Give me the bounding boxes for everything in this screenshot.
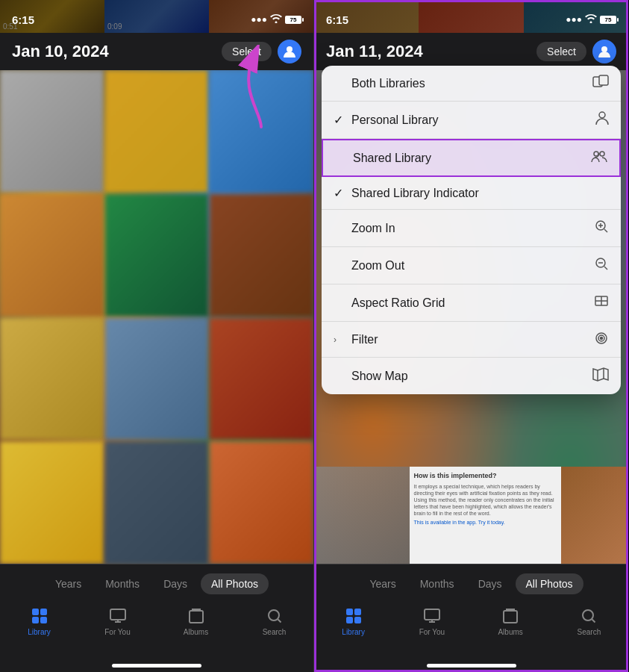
menu-item-personal-library[interactable]: ✓ Personal Library [322, 102, 621, 139]
tab-months-left[interactable]: Months [95, 573, 150, 594]
svg-point-0 [287, 46, 292, 52]
nav-library-label-left: Library [28, 628, 51, 636]
svg-rect-2 [32, 609, 39, 615]
foryou-icon-left [108, 606, 128, 626]
foryou-icon-right [422, 606, 442, 626]
status-bar-left: 6:15 ●●● 75 [0, 0, 313, 33]
menu-item-shared-library[interactable]: Shared Library [322, 139, 621, 177]
nav-tabs-right: Library For You Albums [314, 600, 628, 664]
tab-allphotos-right[interactable]: All Photos [516, 573, 583, 594]
nav-library-left[interactable]: Library [17, 603, 62, 639]
select-button-right[interactable]: Select [536, 42, 586, 61]
tab-months-right[interactable]: Months [410, 573, 465, 594]
nav-search-label-left: Search [263, 628, 287, 636]
aspect-ratio-grid-icon [594, 293, 609, 312]
shared-library-indicator-text: Shared Library Indicator [351, 187, 479, 200]
avatar-button-left[interactable] [278, 40, 301, 63]
tab-days-right[interactable]: Days [468, 573, 513, 594]
home-indicator-left [112, 664, 201, 668]
menu-item-both-libraries[interactable]: Both Libraries [322, 66, 621, 102]
filter-icon [594, 331, 609, 348]
shared-library-icon [591, 149, 607, 167]
zoom-in-icon [594, 219, 609, 237]
svg-point-8 [269, 610, 279, 620]
signal-icon-left: ●●● [251, 14, 267, 25]
shared-library-text: Shared Library [353, 152, 431, 165]
menu-item-aspect-ratio-grid-label: Aspect Ratio Grid [334, 296, 445, 310]
nav-tabs-left: Library For You Albums [0, 600, 313, 664]
nav-search-right[interactable]: Search [566, 603, 611, 639]
nav-albums-left[interactable]: Albums [174, 603, 219, 639]
search-icon-right [579, 606, 598, 626]
header-bar-right: Jan 11, 2024 Select [314, 33, 628, 70]
svg-rect-24 [354, 609, 361, 615]
show-map-icon [592, 367, 609, 385]
tab-years-left[interactable]: Years [45, 573, 92, 594]
svg-point-14 [600, 152, 604, 156]
menu-item-shared-library-indicator-label: ✓ Shared Library Indicator [334, 186, 479, 200]
tab-years-right[interactable]: Years [359, 573, 406, 594]
zoom-in-text: Zoom In [351, 222, 395, 235]
svg-rect-25 [346, 617, 353, 623]
library-icon-left [30, 606, 49, 626]
tab-days-left[interactable]: Days [153, 573, 198, 594]
tab-allphotos-left[interactable]: All Photos [201, 573, 269, 594]
svg-rect-4 [32, 617, 39, 623]
svg-rect-7 [190, 611, 203, 623]
menu-item-zoom-in-label: Zoom In [334, 222, 395, 235]
menu-item-zoom-in[interactable]: Zoom In [322, 210, 621, 247]
nav-albums-right[interactable]: Albums [488, 603, 533, 639]
header-date-left: Jan 10, 2024 [12, 42, 109, 61]
menu-item-filter-label: › Filter [334, 333, 378, 346]
nav-search-label-right: Search [578, 628, 601, 636]
personal-library-icon [595, 111, 609, 129]
menu-item-both-libraries-label: Both Libraries [334, 77, 425, 90]
albums-icon-right [501, 606, 520, 626]
battery-icon-right: 75 [600, 16, 616, 24]
menu-item-filter[interactable]: › Filter [322, 322, 621, 358]
nav-foryou-left[interactable]: For You [96, 603, 140, 639]
tab-bar-left: Years Months Days All Photos Library [0, 564, 313, 672]
right-phone-screen: 6:15 ●●● 75 Jan 11, 2024 Select [314, 0, 628, 672]
svg-point-12 [599, 112, 605, 118]
menu-item-zoom-out-label: Zoom Out [334, 259, 404, 273]
nav-search-left[interactable]: Search [252, 603, 297, 639]
photo-grid-left [0, 70, 313, 564]
menu-item-shared-library-indicator[interactable]: ✓ Shared Library Indicator [322, 177, 621, 210]
status-icons-left: ●●● 75 [251, 14, 301, 25]
svg-rect-23 [346, 609, 353, 615]
check-indicator: ✓ [334, 186, 345, 200]
nav-foryou-label-right: For You [419, 628, 445, 636]
svg-rect-5 [40, 617, 47, 623]
wifi-icon-right [585, 14, 597, 25]
menu-item-aspect-ratio-grid[interactable]: Aspect Ratio Grid [322, 284, 621, 322]
show-map-text: Show Map [351, 370, 408, 383]
svg-rect-11 [599, 75, 608, 85]
menu-item-zoom-out[interactable]: Zoom Out [322, 247, 621, 284]
svg-point-29 [583, 610, 593, 620]
menu-item-personal-library-label: ✓ Personal Library [334, 113, 439, 127]
menu-item-show-map[interactable]: Show Map [322, 358, 621, 394]
check-personal: ✓ [334, 113, 345, 127]
status-bar-right: 6:15 ●●● 75 [314, 0, 628, 33]
svg-point-13 [594, 152, 598, 156]
nav-foryou-label-left: For You [104, 628, 130, 636]
svg-rect-28 [504, 611, 517, 623]
nav-albums-label-right: Albums [498, 628, 522, 636]
albums-icon-left [187, 606, 206, 626]
nav-foryou-right[interactable]: For You [410, 603, 454, 639]
library-icon-right [344, 606, 363, 626]
signal-icon-right: ●●● [566, 14, 582, 25]
photo-grid-overlay-left [0, 70, 313, 564]
status-time-right: 6:15 [326, 13, 348, 26]
nav-library-right[interactable]: Library [331, 603, 376, 639]
zoom-out-icon [594, 256, 609, 275]
zoom-out-text: Zoom Out [351, 259, 404, 273]
svg-rect-6 [110, 609, 125, 620]
both-libraries-text: Both Libraries [351, 77, 425, 90]
battery-icon-left: 75 [285, 16, 301, 24]
aspect-ratio-grid-text: Aspect Ratio Grid [351, 296, 445, 310]
header-actions-right: Select [536, 40, 616, 63]
personal-library-text: Personal Library [351, 113, 439, 127]
avatar-button-right[interactable] [592, 40, 616, 63]
